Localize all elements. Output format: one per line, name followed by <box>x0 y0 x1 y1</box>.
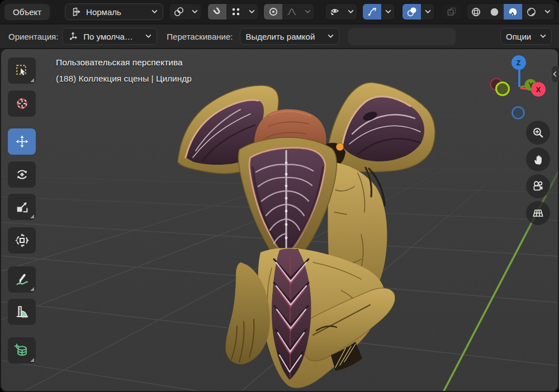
show-overlays-chevron[interactable] <box>421 4 434 20</box>
tool-settings-panel <box>348 28 456 45</box>
chevron-down-icon <box>145 34 151 39</box>
tool-transform[interactable] <box>8 227 36 254</box>
viewport-header: Объект Нормаль <box>0 0 559 24</box>
zoom-button[interactable] <box>526 121 550 145</box>
magnet-icon-button[interactable] <box>208 4 226 20</box>
blender-window: Объект Нормаль <box>0 0 559 392</box>
shading-modes-group <box>466 3 555 20</box>
navigation-gizmo[interactable]: Y X Z <box>481 53 559 126</box>
tool-move[interactable] <box>8 128 36 155</box>
sidebar-toggle-tab[interactable] <box>552 66 559 82</box>
chevron-down-icon <box>328 34 334 39</box>
transform-orientation-value: Нормаль <box>86 7 147 17</box>
tool-annotate[interactable] <box>8 266 36 293</box>
chevron-down-icon <box>540 34 546 39</box>
pan-button[interactable] <box>526 147 550 171</box>
axis-gizmo-icon <box>68 31 79 42</box>
tool-add-cylinder[interactable] <box>8 337 36 364</box>
tool-select-box[interactable] <box>8 58 36 84</box>
rendered-shading-button[interactable] <box>522 4 541 20</box>
wireframe-shading-button[interactable] <box>467 4 485 20</box>
grid-plane-icon <box>532 207 544 219</box>
toggle-xray-button[interactable] <box>441 4 462 20</box>
pivot-point-group <box>169 3 202 20</box>
toggle-projection-button[interactable] <box>526 201 550 225</box>
tool-submenu-indicator <box>30 214 34 218</box>
hand-icon <box>532 153 544 166</box>
tool-settings-bar: Ориентация: По умолча… Перетаскивание: В… <box>0 25 559 49</box>
xray-group <box>440 3 463 20</box>
object-visibility-chevron[interactable] <box>344 4 357 20</box>
orientation-label: Ориентация: <box>8 32 58 41</box>
proportional-editing-group <box>263 3 315 20</box>
viewport-collection-label: (188) Коллекция сцены | Цилиндр <box>56 74 192 84</box>
solid-shading-button[interactable] <box>485 4 504 20</box>
zoom-icon <box>532 126 544 139</box>
camera-view-button[interactable] <box>526 174 550 198</box>
pivot-point-chevron[interactable] <box>188 4 201 20</box>
show-gizmos-button[interactable] <box>363 4 381 20</box>
snapping-group <box>207 3 259 20</box>
chevron-left-icon <box>553 71 557 77</box>
camera-icon <box>532 180 544 193</box>
visibility-group <box>325 3 358 20</box>
viewport-3d[interactable]: Пользовательская перспектива (188) Колле… <box>1 49 558 391</box>
options-label: Опции <box>506 32 536 41</box>
gizmo-neg-y-ball[interactable] <box>496 83 509 95</box>
drag-mode-dropdown[interactable]: Выделить рамкой <box>240 28 339 45</box>
overlays-group <box>402 3 435 20</box>
pivot-point-button[interactable] <box>169 4 188 20</box>
viewport-view-label: Пользовательская перспектива <box>56 58 183 68</box>
object-menu-button[interactable]: Объект <box>4 4 50 20</box>
shading-chevron[interactable] <box>541 4 554 20</box>
object-menu-label: Объект <box>13 7 41 17</box>
gizmo-z-label: Z <box>517 59 521 67</box>
falloff-curve-button[interactable] <box>282 4 301 20</box>
snap-increments-button[interactable] <box>226 4 245 20</box>
chevron-down-icon <box>151 9 158 14</box>
tool-rotate[interactable] <box>8 161 36 188</box>
gizmo-x-label: X <box>536 85 541 94</box>
object-origin-dot <box>336 143 344 151</box>
falloff-chevron[interactable] <box>301 4 314 20</box>
transform-orientation-dropdown[interactable]: Нормаль <box>65 3 163 20</box>
snapping-chevron[interactable] <box>245 4 258 20</box>
material-preview-shading-button[interactable] <box>504 4 522 20</box>
gizmo-neg-z-ball[interactable] <box>513 107 524 119</box>
drag-label: Перетаскивание: <box>167 32 233 41</box>
tool-measure[interactable] <box>8 299 36 325</box>
transform-orientation-icon <box>70 6 82 17</box>
drag-mode-value: Выделить рамкой <box>245 32 323 41</box>
proportional-editing-button[interactable] <box>264 4 282 20</box>
gizmos-group <box>362 3 395 20</box>
tool-scale[interactable] <box>8 194 36 220</box>
tool-submenu-indicator <box>30 78 34 82</box>
orientation-value: По умолча… <box>83 32 141 41</box>
show-gizmos-chevron[interactable] <box>381 4 395 20</box>
tool-3d-cursor[interactable] <box>8 90 36 117</box>
show-overlays-button[interactable] <box>402 4 421 20</box>
object-visibility-button[interactable] <box>325 4 344 20</box>
tool-submenu-indicator <box>30 287 34 291</box>
tool-submenu-indicator <box>30 358 34 362</box>
orientation-dropdown[interactable]: По умолча… <box>62 28 157 45</box>
viewport-scene <box>1 49 558 391</box>
options-dropdown[interactable]: Опции <box>500 28 552 45</box>
